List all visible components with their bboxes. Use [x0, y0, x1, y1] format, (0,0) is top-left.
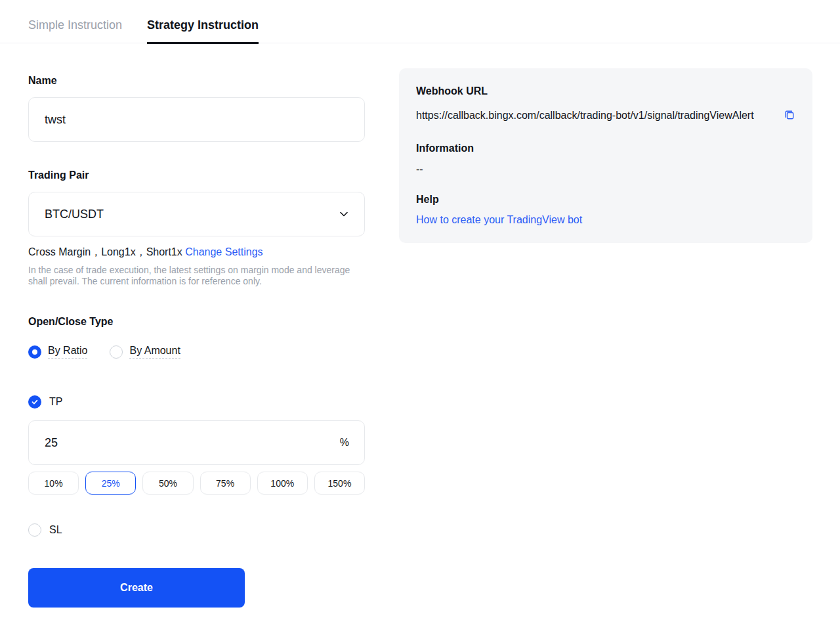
margin-settings-row: Cross Margin，Long1x，Short1x Change Setti… — [28, 246, 365, 259]
information-value: -- — [416, 164, 795, 175]
by-ratio-option[interactable]: By Ratio — [28, 345, 87, 359]
margin-note: In the case of trade execution, the late… — [28, 265, 360, 287]
webhook-url-title: Webhook URL — [416, 85, 795, 97]
trading-pair-label: Trading Pair — [28, 169, 365, 181]
tab-strategy-instruction[interactable]: Strategy Instruction — [147, 18, 259, 44]
create-button[interactable]: Create — [28, 568, 245, 608]
trading-pair-value: BTC/USDT — [45, 208, 104, 221]
preset-150-button[interactable]: 150% — [314, 472, 365, 495]
name-input[interactable] — [28, 97, 365, 142]
help-section: Help How to create your TradingView bot — [416, 194, 795, 226]
by-ratio-radio[interactable] — [28, 345, 41, 359]
help-title: Help — [416, 194, 795, 206]
by-amount-label[interactable]: By Amount — [129, 345, 180, 359]
by-amount-radio[interactable] — [110, 345, 123, 359]
copy-icon[interactable] — [784, 109, 795, 121]
margin-info-text: Cross Margin，Long1x，Short1x — [28, 246, 182, 257]
tp-toggle-row[interactable]: TP — [28, 395, 365, 409]
by-ratio-label[interactable]: By Ratio — [48, 345, 87, 359]
preset-100-button[interactable]: 100% — [257, 472, 308, 495]
preset-25-button[interactable]: 25% — [85, 472, 136, 495]
tp-preset-group: 10% 25% 50% 75% 100% 150% — [28, 472, 365, 495]
open-close-type-label: Open/Close Type — [28, 316, 365, 328]
strategy-form: Name Trading Pair BTC/USDT Cross Margin，… — [28, 68, 365, 608]
trading-pair-select[interactable]: BTC/USDT — [28, 192, 365, 236]
chevron-down-icon — [338, 208, 350, 220]
webhook-url-row: https://callback.bingx.com/callback/trad… — [416, 106, 795, 124]
open-close-radio-group: By Ratio By Amount — [28, 345, 365, 359]
change-settings-link[interactable]: Change Settings — [185, 246, 262, 257]
by-amount-option[interactable]: By Amount — [110, 345, 180, 359]
webhook-url-text: https://callback.bingx.com/callback/trad… — [416, 106, 774, 124]
webhook-info-panel: Webhook URL https://callback.bingx.com/c… — [399, 68, 812, 243]
preset-50-button[interactable]: 50% — [142, 472, 193, 495]
tp-label[interactable]: TP — [49, 396, 62, 408]
tp-value-field: % — [28, 420, 365, 465]
tp-value-input[interactable] — [28, 420, 365, 465]
main-content: Name Trading Pair BTC/USDT Cross Margin，… — [0, 43, 840, 608]
tab-simple-instruction[interactable]: Simple Instruction — [28, 18, 122, 44]
sl-unchecked-icon[interactable] — [28, 523, 41, 537]
tp-checked-icon[interactable] — [28, 395, 41, 409]
preset-75-button[interactable]: 75% — [200, 472, 251, 495]
information-section: Information -- — [416, 143, 795, 175]
instruction-tabs: Simple Instruction Strategy Instruction — [0, 0, 840, 43]
tp-unit-suffix: % — [340, 437, 349, 449]
preset-10-button[interactable]: 10% — [28, 472, 79, 495]
information-title: Information — [416, 143, 795, 154]
help-link[interactable]: How to create your TradingView bot — [416, 214, 582, 226]
name-label: Name — [28, 75, 365, 87]
sl-label[interactable]: SL — [49, 524, 62, 536]
sl-toggle-row[interactable]: SL — [28, 523, 365, 537]
